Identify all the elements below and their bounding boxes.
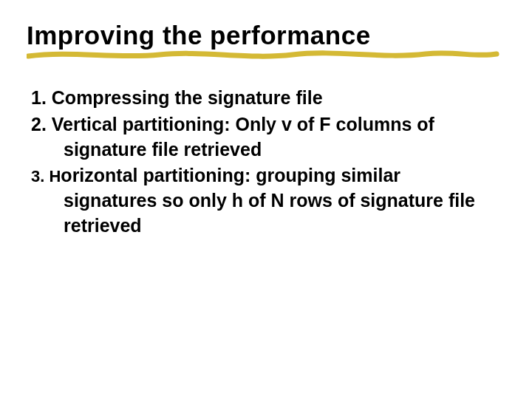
- slide: Improving the performance 1. Compressing…: [0, 0, 532, 399]
- item-number: 2.: [31, 114, 47, 134]
- list-item: 1. Compressing the signature file: [31, 86, 491, 111]
- item-number: 3. H: [31, 167, 61, 185]
- list-item: 3. Horizontal partitioning: grouping sim…: [31, 163, 491, 238]
- list-item: 2. Vertical partitioning: Only v of F co…: [31, 112, 491, 163]
- content-list: 1. Compressing the signature file 2. Ver…: [27, 86, 505, 239]
- title-block: Improving the performance: [27, 21, 505, 50]
- item-text: Compressing the signature file: [52, 87, 323, 108]
- item-text: orizontal partitioning: grouping similar…: [61, 165, 475, 236]
- item-number: 1.: [31, 87, 47, 108]
- slide-title: Improving the performance: [27, 21, 505, 50]
- item-text: Vertical partitioning: Only v of F colum…: [52, 114, 434, 160]
